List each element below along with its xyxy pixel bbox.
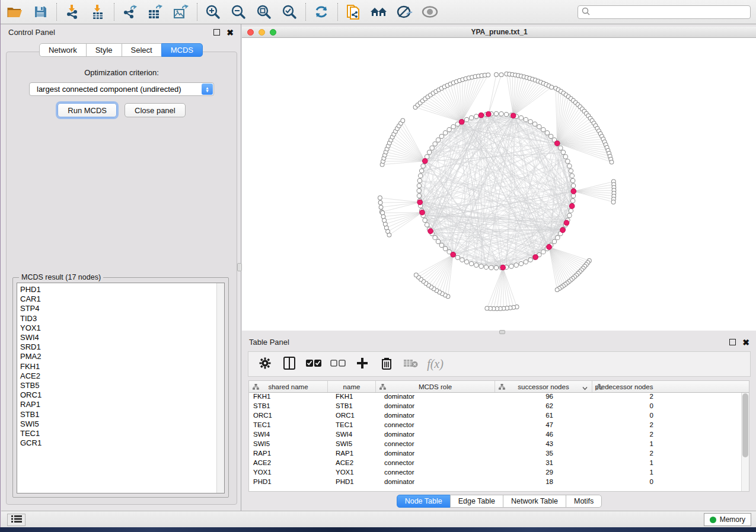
- table-cell[interactable]: dominator: [376, 478, 495, 488]
- table-cell[interactable]: ORC1: [328, 412, 376, 421]
- mcds-result-item[interactable]: STB5: [20, 381, 224, 390]
- table-cell[interactable]: dominator: [376, 402, 495, 412]
- select-all-button[interactable]: [306, 357, 321, 372]
- mcds-result-item[interactable]: STP4: [20, 304, 224, 313]
- table-cell[interactable]: ACE2: [249, 459, 328, 469]
- table-cell[interactable]: 0: [592, 402, 656, 412]
- mcds-result-item[interactable]: TID3: [20, 314, 224, 323]
- network-ring-node[interactable]: [494, 111, 498, 116]
- network-leaf-node[interactable]: [381, 214, 385, 219]
- network-ring-node[interactable]: [569, 209, 573, 213]
- hide-selected-button[interactable]: [394, 2, 415, 22]
- window-maximize-icon[interactable]: [270, 29, 276, 36]
- network-ring-node[interactable]: [425, 223, 429, 227]
- table-cell[interactable]: PHD1: [249, 478, 328, 488]
- network-ring-node[interactable]: [563, 155, 567, 159]
- table-cell[interactable]: TEC1: [249, 421, 328, 431]
- table-cell[interactable]: 1: [592, 469, 656, 478]
- tab-node-table[interactable]: Node Table: [397, 495, 451, 508]
- table-scrollbar[interactable]: [741, 393, 749, 491]
- table-cell[interactable]: dominator: [376, 450, 495, 459]
- network-ring-node[interactable]: [567, 213, 572, 217]
- table-cell[interactable]: TEC1: [328, 421, 376, 431]
- network-ring-node[interactable]: [423, 218, 427, 222]
- memory-button[interactable]: Memory: [704, 513, 751, 526]
- network-ring-node[interactable]: [566, 159, 570, 164]
- network-mcds-node[interactable]: [422, 159, 428, 164]
- network-mcds-node[interactable]: [486, 111, 492, 117]
- network-ring-node[interactable]: [439, 243, 444, 247]
- table-cell[interactable]: FKH1: [328, 393, 376, 402]
- tab-edge-table[interactable]: Edge Table: [450, 495, 503, 508]
- float-panel-icon[interactable]: [213, 29, 220, 36]
- network-ring-node[interactable]: [418, 174, 422, 178]
- network-ring-node[interactable]: [433, 235, 437, 239]
- network-ring-node[interactable]: [479, 264, 483, 268]
- network-ring-node[interactable]: [545, 131, 549, 135]
- table-row[interactable]: FKH1FKH1dominator962: [249, 393, 749, 402]
- network-ring-node[interactable]: [552, 239, 556, 243]
- network-leaf-node[interactable]: [378, 196, 382, 200]
- column-header-successor-nodes[interactable]: successor nodes: [495, 381, 592, 392]
- network-mcds-node[interactable]: [500, 265, 506, 270]
- table-cell[interactable]: dominator: [376, 412, 495, 421]
- network-ring-node[interactable]: [447, 127, 451, 132]
- table-settings-button[interactable]: [257, 357, 273, 372]
- network-ring-node[interactable]: [494, 265, 498, 270]
- network-ring-node[interactable]: [519, 116, 523, 120]
- network-ring-node[interactable]: [451, 124, 455, 129]
- tab-network-table[interactable]: Network Table: [503, 495, 566, 508]
- network-ring-node[interactable]: [537, 124, 541, 129]
- network-ring-node[interactable]: [504, 112, 508, 116]
- network-ring-node[interactable]: [556, 235, 560, 239]
- table-cell[interactable]: dominator: [376, 393, 495, 402]
- window-minimize-icon[interactable]: [259, 29, 265, 36]
- network-ring-node[interactable]: [571, 184, 575, 188]
- network-graph[interactable]: [242, 38, 756, 331]
- column-header-shared-name[interactable]: shared name: [249, 381, 328, 392]
- table-cell[interactable]: connector: [376, 421, 495, 431]
- table-cell[interactable]: STB1: [328, 402, 376, 412]
- table-row[interactable]: SWI5SWI5connector431: [249, 440, 749, 450]
- network-ring-node[interactable]: [484, 265, 488, 269]
- table-cell[interactable]: 0: [592, 478, 656, 488]
- search-box[interactable]: [578, 5, 751, 19]
- table-cell[interactable]: 0: [592, 412, 656, 421]
- zoom-in-button[interactable]: [202, 2, 224, 22]
- export-table-button[interactable]: [145, 2, 166, 22]
- mcds-result-item[interactable]: STB1: [20, 410, 224, 419]
- table-cell[interactable]: 62: [495, 402, 592, 412]
- network-mcds-node[interactable]: [547, 245, 552, 250]
- table-cell[interactable]: 2: [592, 431, 656, 440]
- table-cell[interactable]: connector: [376, 469, 495, 478]
- column-header-mcds-role[interactable]: MCDS role: [376, 381, 495, 392]
- network-ring-node[interactable]: [417, 188, 421, 193]
- network-canvas[interactable]: [242, 38, 756, 331]
- table-row[interactable]: STB1STB1dominator620: [249, 402, 749, 412]
- network-window-titlebar[interactable]: YPA_prune.txt_1: [242, 27, 756, 38]
- tab-motifs[interactable]: Motifs: [566, 495, 602, 508]
- mcds-result-item[interactable]: RAP1: [20, 400, 224, 409]
- table-row[interactable]: ACE2ACE2connector311: [249, 459, 749, 469]
- table-cell[interactable]: 2: [592, 450, 656, 459]
- table-cell[interactable]: SWI4: [249, 431, 328, 440]
- table-cell[interactable]: 35: [495, 450, 592, 459]
- table-cell[interactable]: 43: [495, 440, 592, 450]
- network-ring-node[interactable]: [464, 117, 468, 121]
- close-panel-icon[interactable]: ✖: [742, 338, 749, 347]
- network-ring-node[interactable]: [499, 112, 503, 116]
- table-cell[interactable]: RAP1: [328, 450, 376, 459]
- network-leaf-node[interactable]: [401, 118, 405, 123]
- network-ring-node[interactable]: [433, 142, 437, 146]
- mcds-result-item[interactable]: PHD1: [20, 285, 224, 294]
- network-ring-node[interactable]: [421, 164, 425, 168]
- network-mcds-node[interactable]: [417, 200, 423, 205]
- table-cell[interactable]: 61: [495, 412, 592, 421]
- network-leaf-node[interactable]: [382, 219, 387, 223]
- vertical-splitter-handle[interactable]: [237, 263, 242, 271]
- network-leaf-node[interactable]: [555, 288, 559, 292]
- table-cell[interactable]: 1: [592, 459, 656, 469]
- import-table-button[interactable]: [87, 2, 109, 22]
- save-session-button[interactable]: [30, 2, 51, 22]
- network-leaf-node[interactable]: [486, 73, 490, 77]
